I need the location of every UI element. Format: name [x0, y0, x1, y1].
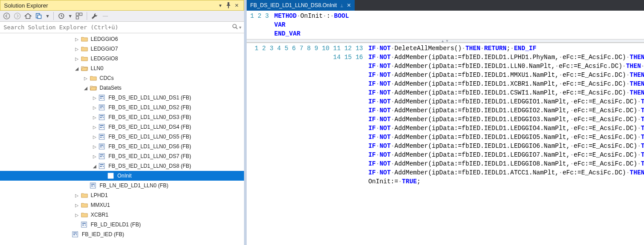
tree-item[interactable]: ▷LPHD1 — [0, 190, 244, 200]
expand-icon[interactable]: ▷ — [74, 203, 80, 208]
svg-rect-55 — [76, 234, 77, 235]
expand-icon[interactable]: ▷ — [92, 154, 98, 159]
tree-item[interactable]: ◢FB_DS_IED_LD1_LLN0_DS8 (FB) — [0, 161, 244, 171]
collapse-button[interactable]: ― — [101, 12, 109, 20]
tree-item-label: FB_DS_IED_LD1_LLN0_DS5 (FB) — [108, 134, 191, 140]
tree-item[interactable]: ▷FB_DS_IED_LD1_LLN0_DS7 (FB) — [0, 151, 244, 161]
folder-icon — [81, 36, 88, 43]
pin-icon[interactable]: ⟂ — [340, 3, 343, 8]
svg-rect-35 — [100, 154, 104, 155]
split-grip[interactable]: ▲▼ — [247, 39, 644, 43]
home-button[interactable] — [24, 12, 32, 20]
collapse-icon[interactable]: ◢ — [92, 164, 98, 169]
code-editor[interactable]: 1 2 3 METHOD·OnInit·:·BOOL VAR END_VAR ▲… — [247, 11, 644, 245]
expand-icon[interactable]: ▷ — [92, 144, 98, 149]
folder-o-icon — [81, 65, 88, 72]
tree-item[interactable]: ▷LEDGGIO7 — [0, 44, 244, 54]
expand-icon[interactable]: ▷ — [74, 47, 80, 51]
tree-item[interactable]: ▷MMXU1 — [0, 200, 244, 210]
search-input[interactable] — [3, 24, 230, 31]
code-lines[interactable]: METHOD·OnInit·:·BOOL VAR END_VAR — [273, 11, 352, 39]
svg-rect-20 — [100, 117, 102, 118]
folder-o-icon — [90, 84, 97, 91]
back-button[interactable] — [3, 12, 11, 20]
close-icon[interactable]: ✕ — [347, 2, 351, 8]
expand-icon[interactable]: ▷ — [92, 95, 98, 100]
folder-icon — [81, 192, 88, 199]
search-dropdown-icon[interactable]: ▾ — [239, 25, 241, 30]
tree-item-label: FB_DS_IED_LD1_LLN0_DS1 (FB) — [108, 95, 191, 101]
tree-item[interactable]: FB_IED_IED (FB) — [0, 229, 244, 239]
dropdown-icon[interactable]: ▾ — [217, 2, 224, 9]
chevron-down-icon[interactable]: ▾ — [45, 12, 50, 20]
expand-icon[interactable]: ▷ — [92, 134, 98, 139]
tree-item[interactable]: ▷FB_DS_IED_LD1_LLN0_DS2 (FB) — [0, 103, 244, 112]
sync-button[interactable] — [35, 12, 43, 20]
tree-item[interactable]: ▷FB_DS_IED_LD1_LLN0_DS6 (FB) — [0, 142, 244, 151]
tree-item[interactable]: ▷LEDGGIO6 — [0, 34, 244, 44]
tree-item[interactable]: ◢DataSets — [0, 83, 244, 93]
tree-item[interactable]: ◢LLN0 — [0, 63, 244, 73]
svg-rect-47 — [94, 186, 95, 186]
pin-icon[interactable] — [225, 2, 232, 9]
tree-item[interactable]: ▷FB_DS_IED_LD1_LLN0_DS3 (FB) — [0, 112, 244, 122]
svg-rect-25 — [103, 127, 104, 128]
tree-item[interactable]: ▷XCBR1 — [0, 210, 244, 220]
expand-icon[interactable]: ▷ — [83, 76, 89, 81]
tree-item[interactable]: ▷FB_DS_IED_LD1_LLN0_DS4 (FB) — [0, 122, 244, 132]
history-button[interactable] — [57, 12, 65, 20]
collapse-icon[interactable]: ◢ — [83, 86, 89, 91]
svg-rect-46 — [91, 186, 93, 186]
expand-icon[interactable]: ▷ — [92, 105, 98, 110]
tree-item[interactable]: OnInit — [0, 171, 244, 181]
expand-icon[interactable]: ▷ — [74, 37, 80, 42]
expand-icon[interactable]: ▷ — [74, 193, 80, 198]
fb-icon — [99, 114, 106, 121]
tree-item-label: FB_DS_IED_LD1_LLN0_DS2 (FB) — [108, 104, 191, 111]
code-lines[interactable]: IF·NOT·DeleteAllMembers()·THEN·RETURN;·E… — [368, 43, 644, 245]
fb-icon — [90, 182, 97, 189]
fb-icon — [99, 143, 106, 150]
svg-rect-7 — [76, 16, 79, 19]
solution-tree[interactable]: ▷LEDGGIO6▷LEDGGIO7▷LEDGGIO8◢LLN0▷CDCs◢Da… — [0, 33, 244, 245]
tree-item[interactable]: FB_LD_IEDLD1 (FB) — [0, 220, 244, 229]
tree-item[interactable]: ▷LEDGGIO8 — [0, 54, 244, 63]
svg-rect-33 — [103, 146, 104, 147]
expand-icon[interactable]: ▷ — [92, 125, 98, 130]
fb-icon — [99, 123, 106, 130]
forward-button[interactable] — [13, 12, 21, 20]
tree-item[interactable]: ▷FB_DS_IED_LD1_LLN0_DS1 (FB) — [0, 93, 244, 103]
search-icon[interactable] — [232, 24, 238, 31]
svg-point-0 — [4, 13, 10, 19]
fb-icon — [81, 221, 88, 228]
collapse-icon[interactable]: ◢ — [74, 66, 80, 71]
tree-item[interactable]: ▷CDCs — [0, 73, 244, 83]
svg-rect-27 — [100, 135, 104, 136]
tree-item-label: FB_DS_IED_LD1_LLN0_DS3 (FB) — [108, 114, 191, 120]
svg-rect-12 — [100, 98, 102, 99]
tree-item[interactable]: FB_LN_IED_LD1_LLN0 (FB) — [0, 181, 244, 190]
expand-icon[interactable]: ▷ — [74, 56, 80, 61]
tree-item[interactable]: ▷FB_DS_IED_LD1_LLN0_DS5 (FB) — [0, 132, 244, 142]
close-icon[interactable]: ✕ — [233, 2, 240, 9]
tree-item-label: LEDGGIO6 — [90, 36, 118, 42]
svg-rect-49 — [82, 223, 86, 224]
panel-titlebar[interactable]: Solution Explorer ▾ ✕ — [0, 0, 244, 11]
svg-rect-6 — [80, 13, 82, 16]
chevron-down-icon[interactable]: ▾ — [68, 12, 72, 20]
tree-item-label: DataSets — [99, 85, 121, 91]
showall-button[interactable] — [75, 12, 83, 20]
implementation-block: 1 2 3 4 5 6 7 8 9 10 11 12 13 14 15 16 I… — [247, 43, 644, 245]
properties-button[interactable] — [91, 12, 99, 20]
expand-icon[interactable]: ▷ — [92, 115, 98, 120]
svg-rect-19 — [100, 115, 104, 116]
svg-rect-3 — [38, 15, 41, 19]
editor-tab[interactable]: FB_DS_IED_LD1_LLN0_DS8.OnInit ⟂ ✕ — [247, 0, 355, 11]
fb-icon — [99, 153, 106, 160]
fb-icon — [99, 104, 106, 111]
folder-icon — [90, 75, 97, 82]
svg-rect-5 — [76, 13, 79, 16]
fb-icon — [99, 94, 106, 101]
expand-icon[interactable]: ▷ — [74, 213, 80, 217]
svg-rect-13 — [103, 98, 104, 99]
